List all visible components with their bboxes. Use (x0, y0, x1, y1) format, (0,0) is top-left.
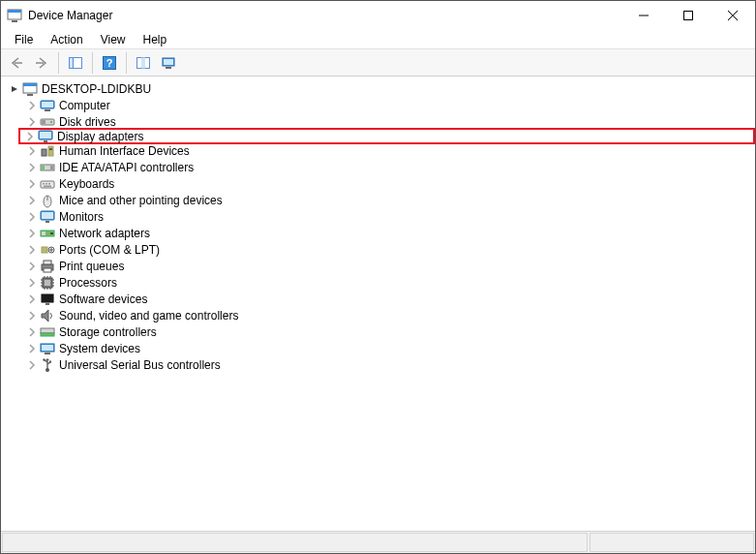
svg-rect-47 (42, 247, 47, 253)
tree-item-label: Disk drives (59, 115, 116, 129)
svg-rect-58 (41, 333, 54, 336)
tree-item-human-interface-devices[interactable]: Human Interface Devices (24, 142, 753, 159)
tree-item-mice-and-pointing-devices[interactable]: Mice and other pointing devices (24, 192, 753, 208)
scan-hardware-button[interactable] (132, 51, 155, 75)
tree-item-usb-controllers[interactable]: Universal Serial Bus controllers (24, 356, 753, 373)
show-hide-console-tree-button[interactable] (64, 51, 87, 75)
tree-item-label: System devices (59, 342, 140, 355)
close-button[interactable] (711, 1, 755, 30)
tree-item-label: Print queues (59, 260, 124, 273)
titlebar: Device Manager (1, 1, 755, 30)
expand-icon[interactable] (26, 178, 38, 190)
expand-icon[interactable] (26, 359, 38, 371)
storage-controllers-icon (40, 324, 55, 340)
expand-icon[interactable] (26, 116, 38, 128)
svg-rect-43 (45, 221, 49, 223)
sound-video-game-controllers-icon (40, 308, 55, 323)
tree-item-system-devices[interactable]: System devices (24, 340, 753, 356)
devices-button[interactable] (157, 51, 180, 75)
usb-controllers-icon (40, 357, 55, 373)
expand-icon[interactable] (26, 228, 38, 239)
computer-icon (40, 98, 55, 113)
svg-rect-27 (44, 140, 47, 142)
monitors-icon (40, 209, 55, 225)
app-icon (7, 8, 22, 23)
window-title: Device Manager (28, 9, 621, 22)
back-button[interactable] (5, 51, 28, 75)
svg-rect-45 (42, 231, 45, 235)
expand-icon[interactable] (26, 162, 38, 173)
svg-rect-2 (12, 20, 17, 22)
svg-rect-42 (42, 212, 53, 219)
menu-file[interactable]: File (7, 31, 41, 48)
svg-rect-1 (8, 10, 21, 13)
expand-icon[interactable] (26, 211, 38, 223)
svg-rect-46 (50, 232, 53, 234)
svg-rect-57 (41, 328, 54, 333)
tree-item-label: Universal Serial Bus controllers (59, 358, 221, 372)
menu-view[interactable]: View (93, 31, 134, 48)
svg-rect-21 (45, 109, 50, 111)
svg-rect-18 (27, 94, 33, 96)
expand-icon[interactable] (26, 293, 38, 305)
svg-rect-12 (141, 57, 145, 68)
processors-icon (40, 275, 55, 291)
tree-item-sound-video-game-controllers[interactable]: Sound, video and game controllers (24, 307, 753, 323)
expand-icon[interactable] (26, 100, 38, 111)
forward-button[interactable] (30, 51, 53, 75)
tree-item-network-adapters[interactable]: Network adapters (24, 225, 753, 241)
statusbar (1, 532, 755, 553)
tree-item-label: Keyboards (59, 177, 114, 191)
disk-drives-icon (40, 114, 55, 130)
svg-rect-28 (42, 149, 46, 156)
tree-item-ide-ata-atapi-controllers[interactable]: IDE ATA/ATAPI controllers (24, 159, 753, 175)
tree-item-ports[interactable]: Ports (COM & LPT) (24, 241, 753, 258)
tree-item-keyboards[interactable]: Keyboards (24, 175, 753, 192)
collapse-icon[interactable] (9, 83, 20, 95)
svg-rect-38 (44, 185, 51, 187)
svg-point-23 (50, 121, 52, 123)
expand-icon[interactable] (26, 261, 38, 272)
menu-action[interactable]: Action (43, 31, 90, 48)
tree-item-processors[interactable]: Processors (24, 274, 753, 291)
expand-icon[interactable] (24, 131, 36, 142)
svg-rect-55 (45, 303, 49, 305)
minimize-button[interactable] (621, 1, 666, 30)
help-button[interactable]: ? (98, 51, 121, 75)
expand-icon[interactable] (26, 277, 38, 289)
svg-rect-4 (684, 12, 693, 20)
toolbar: ? (1, 49, 755, 77)
menu-help[interactable]: Help (136, 31, 175, 48)
expand-icon[interactable] (26, 145, 38, 157)
device-tree[interactable]: DESKTOP-LDIDKBU Computer Disk drives Dis… (1, 77, 755, 532)
tree-item-computer[interactable]: Computer (24, 97, 753, 113)
print-queues-icon (40, 259, 55, 274)
tree-item-storage-controllers[interactable]: Storage controllers (24, 323, 753, 340)
human-interface-devices-icon (40, 143, 55, 159)
ide-ata-atapi-controllers-icon (40, 160, 55, 175)
tree-item-monitors[interactable]: Monitors (24, 208, 753, 225)
tree-item-print-queues[interactable]: Print queues (24, 258, 753, 274)
svg-rect-14 (166, 67, 171, 69)
tree-item-label: Monitors (59, 210, 104, 224)
tree-item-label: Computer (59, 99, 110, 112)
expand-icon[interactable] (26, 326, 38, 338)
network-adapters-icon (40, 226, 55, 241)
svg-rect-32 (42, 166, 45, 169)
svg-text:?: ? (106, 57, 113, 69)
tree-item-label: Sound, video and game controllers (59, 309, 238, 323)
ports-icon (40, 242, 55, 258)
expand-icon[interactable] (26, 310, 38, 322)
svg-rect-26 (40, 132, 51, 138)
svg-rect-33 (50, 166, 53, 169)
tree-root[interactable]: DESKTOP-LDIDKBU (7, 80, 753, 97)
computer-root-icon (22, 81, 38, 97)
display-adapters-icon (38, 129, 53, 144)
expand-icon[interactable] (26, 244, 38, 256)
expand-icon[interactable] (26, 343, 38, 354)
svg-rect-15 (164, 59, 173, 65)
maximize-button[interactable] (666, 1, 711, 30)
tree-item-software-devices[interactable]: Software devices (24, 291, 753, 307)
expand-icon[interactable] (26, 195, 38, 206)
svg-rect-61 (45, 353, 50, 354)
